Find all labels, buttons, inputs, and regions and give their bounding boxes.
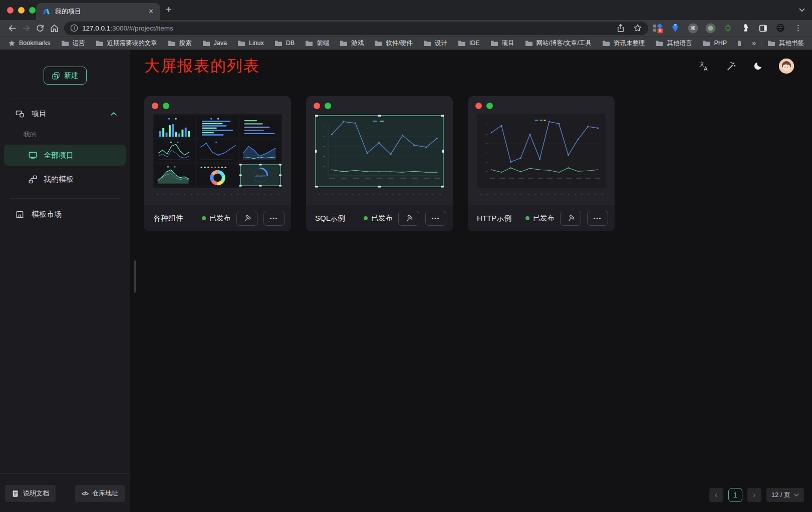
- bookmark-folder[interactable]: 运营: [61, 39, 85, 48]
- chevron-down-icon: [794, 493, 799, 496]
- sidebar-subsection-mine: 我的: [0, 126, 130, 143]
- side-panel-icon[interactable]: [757, 23, 768, 34]
- profile-emoji-glyph: 😄: [776, 24, 785, 33]
- bookmark-folder[interactable]: 近期需要读的文章: [96, 39, 157, 48]
- bookmarks-overflow-icon[interactable]: »: [752, 39, 756, 47]
- status-dot: [202, 216, 206, 220]
- main-header: 大屏报表的列表 文 A: [130, 50, 812, 82]
- home-button[interactable]: [47, 22, 61, 35]
- bookmark-folder[interactable]: 其他语言: [655, 39, 692, 48]
- tab-search-chevron-icon[interactable]: [799, 8, 805, 12]
- dotted-separator: [315, 194, 444, 195]
- bookmark-folder[interactable]: 软件/硬件: [374, 39, 412, 48]
- bookmark-folder[interactable]: DB: [275, 40, 295, 47]
- project-preview-thumbnail[interactable]: [315, 114, 444, 188]
- extension-record-icon[interactable]: [705, 23, 716, 34]
- profile-avatar[interactable]: 😄: [775, 23, 786, 34]
- back-button[interactable]: [5, 22, 19, 35]
- extension-grid-badge-icon[interactable]: 9: [652, 23, 663, 34]
- docs-button[interactable]: 说明文档: [5, 485, 56, 502]
- minimize-window-button[interactable]: [18, 7, 25, 14]
- bookmark-folder[interactable]: 网站/博客/文章/工具: [525, 39, 592, 48]
- subsection-label: 我的: [24, 130, 37, 139]
- dark-mode-moon-button[interactable]: [752, 60, 764, 72]
- project-card[interactable]: SQL示例 已发布: [306, 96, 453, 231]
- folder-icon: [340, 40, 348, 47]
- bookmark-folder[interactable]: 搜索: [168, 39, 192, 48]
- more-actions-button[interactable]: •••: [425, 211, 446, 226]
- bookmarks-root[interactable]: Bookmarks: [8, 40, 51, 47]
- repo-button[interactable]: </> 仓库地址: [75, 485, 125, 502]
- red-dot: [152, 103, 158, 109]
- share-icon[interactable]: [616, 24, 625, 33]
- sidebar-divider: [10, 198, 120, 199]
- current-page-button[interactable]: 1: [728, 488, 742, 502]
- user-avatar[interactable]: [779, 59, 794, 74]
- browser-menu-icon[interactable]: ⋮: [794, 24, 802, 33]
- extension-green-star-icon[interactable]: ✩: [722, 23, 733, 34]
- project-preview-thumbnail[interactable]: [477, 114, 606, 188]
- docs-label: 说明文档: [23, 489, 49, 498]
- extensions-puzzle-icon[interactable]: [740, 23, 751, 34]
- language-switch-button[interactable]: 文 A: [698, 60, 710, 72]
- folder-icon: [202, 40, 210, 47]
- browser-tab[interactable]: 我的项目 ×: [36, 3, 160, 20]
- bookmarks-bar: Bookmarks 运营 近期需要读的文章 搜索 Java Linux DB 前…: [0, 36, 812, 50]
- page-size-value: 12 / 页: [771, 490, 790, 499]
- new-tab-button[interactable]: +: [166, 4, 172, 16]
- sidebar-item-my-templates[interactable]: 我的模板: [4, 169, 126, 190]
- sidebar-group-projects[interactable]: 项目: [0, 101, 130, 126]
- bookmark-folder[interactable]: 项目: [490, 39, 514, 48]
- bookmark-folder[interactable]: 游戏: [340, 39, 364, 48]
- project-card[interactable]: HTTP示例 已发布: [468, 96, 615, 231]
- ellipsis-icon: •••: [432, 216, 440, 221]
- bookmark-folder[interactable]: Java: [202, 40, 227, 47]
- extension-command-icon[interactable]: ⌘: [687, 23, 698, 34]
- chevron-up-icon[interactable]: [111, 112, 117, 116]
- sidebar-item-all-projects[interactable]: 全部项目: [4, 145, 126, 166]
- next-page-button[interactable]: ›: [747, 488, 761, 502]
- bookmark-folder[interactable]: PHP: [702, 40, 727, 47]
- bookmark-star-icon[interactable]: [633, 24, 642, 33]
- project-card[interactable]: 25.00% 各种组件 已发布: [144, 96, 291, 231]
- goview-logo-icon: [42, 8, 51, 16]
- red-dot: [314, 103, 320, 109]
- reload-button[interactable]: [33, 22, 47, 35]
- edit-project-button[interactable]: [236, 211, 257, 226]
- other-bookmarks[interactable]: 其他书签: [767, 39, 804, 48]
- bookmark-folder[interactable]: 文件服务器: [737, 39, 741, 48]
- more-actions-button[interactable]: •••: [587, 211, 608, 226]
- extension-gem-icon[interactable]: [670, 23, 681, 34]
- more-actions-button[interactable]: •••: [263, 211, 285, 226]
- bookmark-label: Linux: [249, 40, 264, 47]
- bookmark-folder[interactable]: Linux: [237, 40, 264, 47]
- bookmark-folder[interactable]: 资讯未整理: [602, 39, 645, 48]
- page-size-select[interactable]: 12 / 页: [766, 488, 804, 502]
- edit-project-button[interactable]: [398, 211, 419, 226]
- project-preview-thumbnail[interactable]: 25.00%: [153, 114, 282, 188]
- screens-icon: [15, 109, 25, 119]
- maximize-window-button[interactable]: [29, 7, 36, 14]
- bookmark-folder[interactable]: 设计: [423, 39, 447, 48]
- new-project-label: 新建: [64, 71, 78, 80]
- bookmark-folder[interactable]: IDE: [458, 40, 480, 47]
- prev-page-button[interactable]: ‹: [709, 488, 723, 502]
- bookmark-label: 资讯未整理: [614, 39, 645, 48]
- info-icon[interactable]: [70, 24, 78, 32]
- green-star-glyph: ✩: [724, 24, 731, 33]
- vertical-scrollbar-thumb[interactable]: [134, 260, 136, 293]
- template-flow-icon: [28, 175, 38, 184]
- bookmark-label: DB: [286, 40, 295, 47]
- bookmark-label: 设计: [435, 39, 447, 48]
- close-window-button[interactable]: [7, 7, 14, 14]
- goview-app: 新建 项目 我的 全部项目: [0, 50, 812, 512]
- bookmark-label: 前端: [317, 39, 329, 48]
- forward-button[interactable]: [19, 22, 33, 35]
- edit-project-button[interactable]: [560, 211, 581, 226]
- magic-wand-button[interactable]: [725, 60, 737, 72]
- tab-close-icon[interactable]: ×: [148, 7, 154, 16]
- new-project-button[interactable]: 新建: [44, 67, 87, 85]
- bookmark-folder[interactable]: 前端: [305, 39, 329, 48]
- sidebar-item-template-market[interactable]: 模板市场: [0, 203, 130, 226]
- address-bar[interactable]: 127.0.0.1:3000/#/project/items: [64, 22, 648, 35]
